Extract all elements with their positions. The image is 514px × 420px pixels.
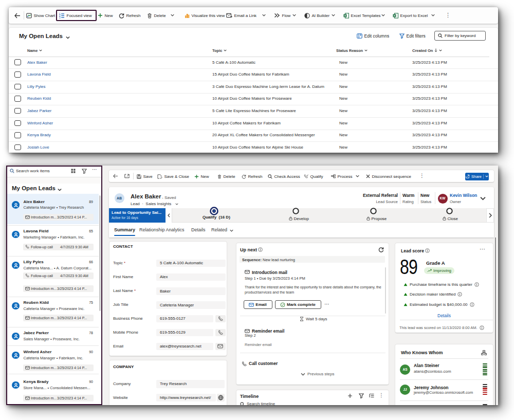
svg-text:3: 3 [59, 16, 61, 18]
